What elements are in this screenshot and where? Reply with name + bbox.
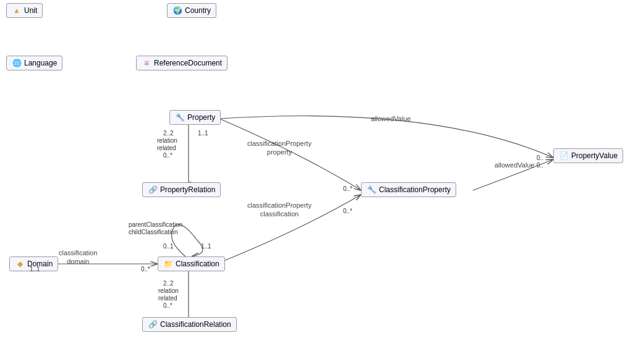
node-classification-property[interactable]: 🔧 ClassificationProperty	[361, 182, 456, 197]
mult-cp-0star1: 0..*	[343, 185, 352, 192]
node-property-relation[interactable]: 🔗 PropertyRelation	[142, 182, 221, 197]
language-icon: 🌐	[12, 58, 22, 68]
node-classification[interactable]: 📁 Classification	[158, 256, 225, 271]
mult-child-class: childClassification	[129, 229, 177, 235]
mult-class-11: 1..1	[201, 243, 211, 250]
mult-prop-11: 1..1	[198, 130, 208, 137]
mult-pv-0dot1: 0..	[537, 154, 543, 161]
label-classification-property-property: classificationPropertyproperty	[247, 139, 312, 157]
unit-label: Unit	[24, 6, 37, 15]
node-property[interactable]: 🔧 Property	[169, 110, 221, 125]
mult-pv-0dot2: 0..	[537, 162, 543, 169]
mult-class-0star: 0..*	[163, 302, 172, 309]
property-value-label: PropertyValue	[571, 151, 618, 160]
language-label: Language	[24, 59, 57, 67]
diagram-canvas: ▲ Unit 🌍 Country 🌐 Language ≡ ReferenceD…	[0, 0, 633, 364]
classification-property-label: ClassificationProperty	[379, 185, 451, 194]
mult-prop-related: related	[157, 145, 176, 151]
classification-icon: 📁	[163, 259, 173, 269]
country-icon: 🌍	[172, 6, 182, 15]
mult-dom-0star: 0..*	[141, 266, 150, 273]
node-language[interactable]: 🌐 Language	[6, 56, 62, 70]
node-property-value[interactable]: 📄 PropertyValue	[553, 148, 623, 163]
label-allowed-value-2: allowedValue	[495, 161, 535, 169]
node-reference-document[interactable]: ≡ ReferenceDocument	[136, 56, 227, 70]
country-label: Country	[185, 6, 211, 15]
property-label: Property	[187, 113, 215, 122]
classification-label: Classification	[176, 260, 219, 268]
node-country[interactable]: 🌍 Country	[167, 3, 216, 18]
classification-relation-label: ClassificationRelation	[160, 320, 231, 329]
label-allowed-value-1: allowedValue	[371, 114, 411, 123]
label-classification-property-classification: classificationPropertyclassification	[247, 201, 312, 219]
classification-relation-icon: 🔗	[148, 320, 158, 329]
mult-class-relation: relation	[158, 287, 179, 294]
mult-prop-22: 2..2	[163, 130, 174, 137]
mult-parent-class: parentClassification	[129, 221, 182, 228]
label-classification-domain: classificationdomain	[59, 248, 97, 266]
mult-prop-0star: 0..*	[163, 152, 172, 159]
unit-icon: ▲	[12, 6, 22, 15]
mult-class-related: related	[158, 295, 177, 302]
property-value-icon: 📄	[559, 151, 569, 161]
domain-icon: ◆	[15, 259, 25, 269]
property-relation-icon: 🔗	[148, 185, 158, 195]
arrows-svg	[0, 0, 633, 364]
node-unit[interactable]: ▲ Unit	[6, 3, 43, 18]
node-classification-relation[interactable]: 🔗 ClassificationRelation	[142, 317, 237, 332]
mult-dom-11: 1..1	[30, 266, 40, 273]
mult-cp-0star2: 0..*	[343, 208, 352, 214]
reference-document-label: ReferenceDocument	[154, 59, 222, 67]
property-icon: 🔧	[175, 112, 185, 122]
mult-class-01: 0..1	[163, 243, 174, 250]
classification-property-icon: 🔧	[367, 185, 376, 195]
mult-prop-relation: relation	[157, 137, 177, 144]
property-relation-label: PropertyRelation	[160, 185, 215, 194]
mult-class-22: 2..2	[163, 280, 174, 287]
reference-document-icon: ≡	[142, 58, 151, 68]
